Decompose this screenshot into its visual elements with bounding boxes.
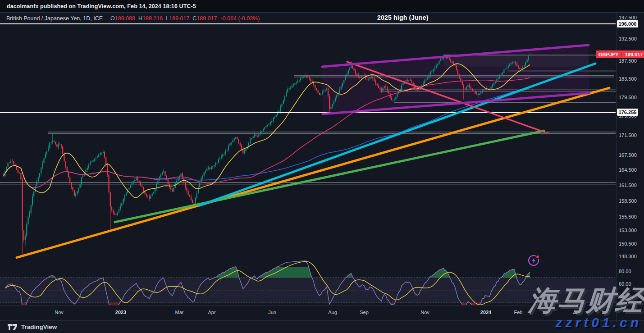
time-tick: 2024: [480, 310, 491, 315]
open-value: 189.088: [115, 15, 135, 22]
time-tick: Nov: [55, 310, 64, 315]
last-price-badge: GBPJPY 189.017: [596, 50, 644, 58]
price-tick: 171.500: [619, 132, 637, 138]
published-bar: dacolmanfx published on TradingView.com,…: [0, 0, 644, 13]
close-value: 189.017: [196, 15, 217, 22]
price-chart[interactable]: [0, 0, 644, 333]
time-tick: Apr: [208, 310, 215, 315]
published-text: dacolmanfx published on TradingView.com,…: [7, 3, 196, 9]
time-tick: Aug: [328, 310, 337, 315]
indicator-tick: 80.00: [619, 268, 631, 274]
lightning-bolt-icon: [532, 258, 536, 264]
close-label: C: [192, 15, 196, 22]
chart-legend[interactable]: British Pound / Japanese Yen, 1D, ICEO18…: [6, 15, 260, 22]
price-tick: 155.500: [619, 214, 637, 220]
change-value: -0.064 (-0.03%): [221, 15, 260, 22]
time-tick: Apr: [573, 310, 580, 315]
high-value: 189.216: [142, 15, 163, 22]
flash-idea-icon[interactable]: [526, 253, 542, 268]
price-tick: 167.500: [619, 152, 637, 158]
indicator-tick: 60.00: [619, 281, 631, 287]
rsi-pane[interactable]: [0, 261, 616, 310]
indicator-tick: 40.00: [619, 293, 631, 300]
time-tick: Nov: [420, 310, 429, 315]
last-price-badge-value: 189.017: [622, 52, 644, 57]
plot-area[interactable]: [0, 24, 616, 310]
price-tick: 148.300: [619, 253, 637, 260]
time-tick: Jun: [268, 310, 276, 315]
price-tick: 187.500: [619, 58, 637, 64]
open-label: O: [110, 15, 115, 22]
symbol-title[interactable]: British Pound / Japanese Yen, 1D, ICE: [6, 15, 103, 22]
price-tick: 179.500: [619, 94, 637, 100]
time-tick: Mar: [175, 310, 184, 315]
price-tick: 150.500: [619, 241, 637, 247]
tradingview-chart-page: dacolmanfx published on TradingView.com,…: [0, 0, 644, 333]
time-tick: 2023: [115, 310, 126, 315]
high-label: H: [138, 15, 142, 22]
tradingview-logo-text[interactable]: TradingView: [21, 324, 57, 330]
low-value: 189.017: [169, 15, 189, 22]
price-tick: 192.500: [619, 36, 637, 42]
tradingview-logo-icon[interactable]: [7, 324, 18, 331]
chart-text-annotation[interactable]: 2025 high (June): [377, 14, 429, 21]
price-tick: 153.000: [619, 227, 637, 233]
price-tick: 158.500: [619, 198, 637, 204]
price-tick: 164.500: [619, 167, 637, 173]
orange-trendline[interactable]: [17, 88, 609, 258]
price-tick: 161.500: [619, 182, 637, 188]
price-tick: 183.500: [619, 76, 637, 82]
price-level-label-176: 176.255: [617, 109, 638, 116]
time-tick: Sep: [360, 310, 369, 315]
notification-dot: [536, 255, 539, 258]
price-tick: 197.500: [619, 14, 637, 21]
last-price-badge-symbol: GBPJPY: [596, 52, 622, 57]
footer-bar: TradingView: [0, 320, 644, 333]
price-level-label-196: 196.000: [617, 20, 638, 27]
time-tick: Feb: [514, 310, 523, 315]
